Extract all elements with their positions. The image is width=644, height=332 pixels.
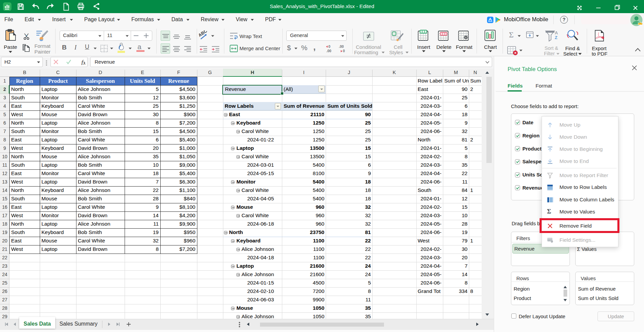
svg-text:Z: Z [555,35,557,40]
svg-text:A: A [555,30,558,35]
svg-text:0: 0 [328,44,330,48]
svg-text:.00: .00 [326,49,331,53]
svg-text:fx: fx [81,59,85,65]
